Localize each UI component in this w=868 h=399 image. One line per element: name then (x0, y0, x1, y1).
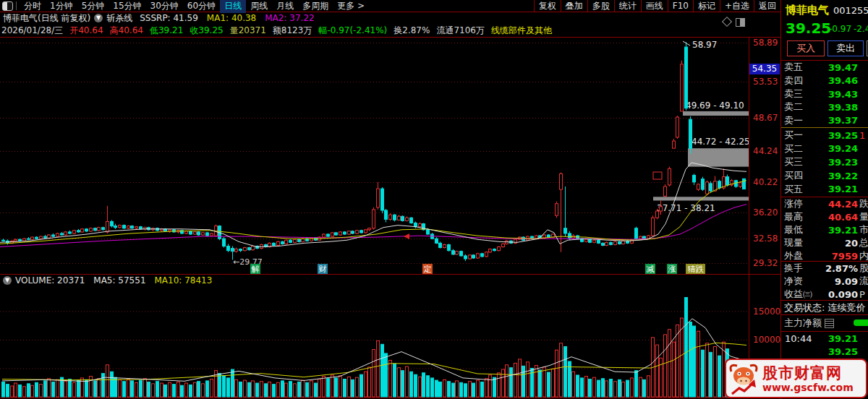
stat-row: 涨停44.24跌 (781, 197, 868, 210)
sell-button[interactable]: 卖出 (827, 40, 864, 56)
indicator-title-bar: 博菲电气(日线 前复权) ▼ 斩杀线 SSSRP: 41.59 MA1: 40.… (0, 12, 780, 24)
ohlc-info-item: 流通7106万 (436, 25, 485, 37)
buy-queue: 买一39.251买二39.24买三39.23买四39.22买五39.21 (781, 129, 868, 196)
stat-row: 净资9.09流 (781, 275, 868, 288)
price-axis-label: 40.22 (753, 177, 778, 187)
price-axis-label: 58.89 (753, 38, 778, 48)
bull-icon (726, 361, 761, 397)
ma2-value: MA2: 37.22 (265, 13, 314, 23)
indicator-name[interactable]: 斩杀线 (106, 12, 132, 25)
price-axis-label: 53.53 (753, 77, 778, 87)
trading-app-window: 分时1分钟5分钟15分钟30分钟60分钟日线周线月线多周期更多 > 复权叠加多股… (0, 0, 868, 399)
buy-button[interactable]: 买入 (787, 40, 825, 56)
stat-row: 换手2.87%股 (781, 262, 868, 275)
window-layout-icon[interactable] (2, 1, 13, 11)
quote-row[interactable]: 卖五39.47 (781, 61, 868, 74)
ohlc-info-bar: 2026/01/28/三开40.64高40.64低39.21收39.25量203… (1, 24, 780, 37)
svg-text:猜跌: 猜跌 (688, 265, 705, 274)
quote-row[interactable]: 买二39.24 (781, 142, 868, 156)
stats-block-2: 换手2.87%股净资9.09流收益㈢0.090P (781, 262, 868, 300)
svg-text:定: 定 (424, 265, 432, 274)
logo-url: www.gscfw.com (762, 382, 854, 393)
tool-menu-item[interactable]: 统计 (614, 0, 641, 12)
list-icon[interactable] (825, 319, 834, 328)
svg-text:49.69 - 49.10: 49.69 - 49.10 (686, 100, 744, 111)
ohlc-info-item: 幅-0.97(-2.41%) (318, 25, 387, 37)
ohlc-info-item: 高40.64 (110, 25, 143, 37)
candlestick-chart[interactable]: 49.69 - 49.1044.72 - 42.2537.71 - 38.215… (0, 38, 749, 274)
period-menu-item[interactable]: 30分钟 (146, 0, 183, 13)
tool-menu-item[interactable]: 标记 (693, 0, 720, 12)
tool-menu-item[interactable]: 叠加 (561, 0, 587, 12)
trade-status: 交易状态: 连续竞价 (784, 301, 866, 314)
period-menu-item[interactable]: 60分钟 (183, 0, 220, 13)
top-menu-bar: 分时1分钟5分钟15分钟30分钟60分钟日线周线月线多周期更多 > 复权叠加多股… (0, 0, 780, 12)
period-menu-item[interactable]: 分时 (20, 0, 46, 13)
tick-row: 10:4439.21 (781, 332, 868, 345)
main-flow-label: 主力净额 (784, 317, 822, 330)
stat-row: 现量20总 (781, 236, 868, 249)
price-change-pct: -2.41% (854, 24, 868, 34)
quote-row[interactable]: 卖四39.46 (781, 74, 868, 87)
quote-panel: 博菲电气 001255 39.25 -0.97 -2.41% 买入 卖出 卖五3… (780, 0, 868, 399)
stat-row: 最高40.64量 (781, 210, 868, 223)
volume-axis-label: 15000 (753, 306, 780, 317)
period-menu-item[interactable]: 15分钟 (109, 0, 145, 13)
tool-menu-item[interactable]: 画线 (641, 0, 668, 12)
quote-row[interactable]: 买三39.23 (781, 155, 868, 169)
svg-text:涨: 涨 (668, 265, 676, 274)
axis-left-border (749, 38, 749, 398)
chart-bottom-border (0, 398, 780, 398)
tool-menu-item[interactable]: F10 (668, 0, 693, 12)
price-axis-label: 48.67 (753, 113, 778, 123)
quote-row[interactable]: 卖二39.38 (781, 100, 868, 113)
svg-text:减: 减 (647, 265, 655, 274)
tool-menu-item[interactable]: 复权 (534, 0, 561, 12)
quote-row[interactable]: 买一39.251 (781, 129, 868, 142)
tool-menu-item[interactable]: 多股 (587, 0, 614, 12)
split-view-icon[interactable] (736, 18, 745, 27)
ohlc-info-item: 开40.64 (69, 25, 103, 37)
volume-collapse-chevron-icon[interactable]: ▼ (3, 276, 12, 285)
ohlc-info-item: 低39.21 (150, 25, 183, 37)
period-menu-item[interactable]: 月线 (272, 0, 298, 13)
period-menu-item[interactable]: 日线 (220, 0, 246, 13)
ohlc-info-item: 额8123万 (273, 25, 312, 37)
main-flow-row[interactable]: 主力净额 (784, 317, 834, 330)
volume-axis-label: 10000 (753, 335, 780, 345)
period-menu-item[interactable]: 1分钟 (46, 0, 77, 13)
logo-title: 股市财富网 (762, 364, 854, 382)
period-menu-item[interactable]: 多周期 (298, 0, 333, 13)
tool-menu: 复权叠加多股统计画线F10标记+自选返回 (534, 0, 780, 12)
period-menu-item[interactable]: 周线 (246, 0, 272, 13)
quote-row[interactable]: 卖一39.37 (781, 114, 868, 128)
quote-row[interactable]: 卖三39.43 (781, 87, 868, 100)
price-axis-label: 44.24 (753, 146, 778, 156)
volume-chart[interactable] (0, 275, 749, 398)
volume-ma5: MA5: 57551 (93, 275, 145, 286)
site-logo[interactable]: 股市财富网 www.gscfw.com (725, 359, 867, 398)
ohlc-info-item: 线缆部件及其他 (491, 25, 552, 37)
quote-row[interactable]: 买四39.22 (781, 169, 868, 183)
ohlc-info-item: 收39.25 (190, 25, 223, 37)
volume-ma10: MA10: 78413 (155, 275, 213, 286)
price-axis-label: 36.20 (753, 207, 778, 218)
flow-positive-bar (854, 319, 868, 326)
quote-row[interactable]: 买五39.21 (781, 182, 868, 196)
price-axis-label: 29.32 (753, 258, 778, 268)
tool-menu-item[interactable]: 返回 (754, 0, 780, 12)
ohlc-info-item: 换2.87% (393, 25, 430, 37)
svg-text:44.72 - 42.25: 44.72 - 42.25 (692, 137, 749, 147)
tool-menu-item[interactable]: +自选 (720, 0, 754, 12)
period-menu-item[interactable]: 更多 > (333, 0, 369, 13)
volume-value: VOLUME: 20371 (15, 275, 85, 286)
mark-diamond-icon[interactable] (722, 17, 732, 27)
ohlc-info-item: 量20371 (230, 25, 266, 37)
svg-text:37.71 - 38.21: 37.71 - 38.21 (657, 203, 715, 213)
period-menu: 分时1分钟5分钟15分钟30分钟60分钟日线周线月线多周期更多 > (20, 0, 369, 12)
stock-name[interactable]: 博菲电气 (786, 4, 829, 17)
stats-block-1: 涨停44.24跌最高40.64量最低39.21市现量20总外盘7959内 (781, 197, 868, 261)
volume-header: ▼ VOLUME: 20371 MA5: 57551 MA10: 78413 (1, 275, 212, 286)
collapse-chevron-icon[interactable]: ▼ (94, 14, 103, 22)
period-menu-item[interactable]: 5分钟 (77, 0, 109, 13)
